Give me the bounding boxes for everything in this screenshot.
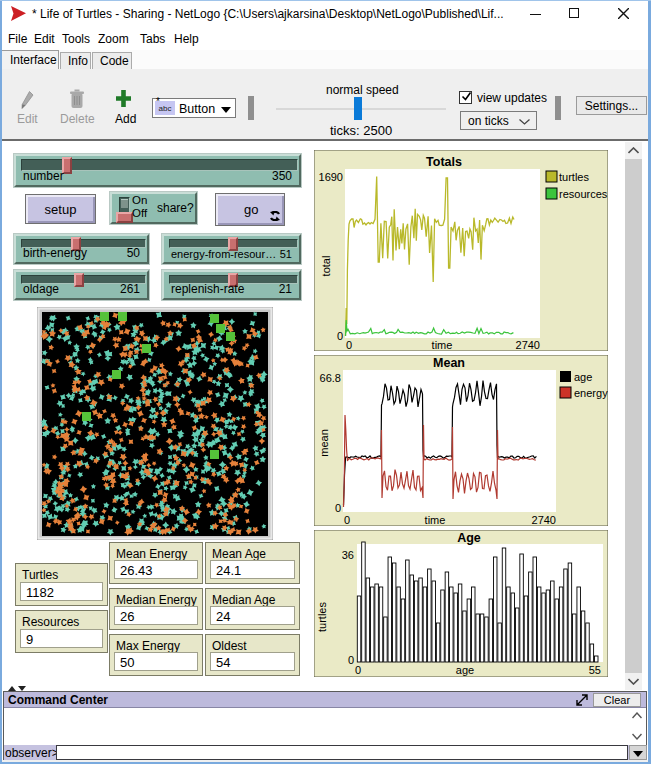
svg-text:resources: resources [559, 188, 608, 200]
svg-text:Totals: Totals [426, 155, 462, 169]
svg-text:0: 0 [344, 514, 350, 526]
svg-text:Mean: Mean [433, 356, 465, 370]
svg-text:36: 36 [342, 549, 354, 561]
svg-text:55: 55 [589, 664, 601, 676]
svg-text:0: 0 [348, 654, 354, 666]
svg-text:Age: Age [457, 531, 481, 545]
svg-text:0: 0 [355, 664, 361, 676]
svg-text:66.8: 66.8 [320, 372, 341, 384]
svg-text:total: total [320, 256, 332, 277]
svg-text:2740: 2740 [516, 339, 540, 351]
svg-text:age: age [574, 371, 592, 383]
svg-text:2740: 2740 [532, 514, 556, 526]
svg-text:1690: 1690 [319, 171, 343, 183]
svg-text:time: time [425, 514, 446, 526]
svg-text:age: age [456, 664, 474, 676]
svg-text:0: 0 [346, 339, 352, 351]
svg-text:time: time [432, 339, 453, 351]
svg-text:turtles: turtles [316, 602, 328, 632]
svg-text:energy: energy [574, 387, 608, 399]
svg-text:0: 0 [335, 502, 341, 514]
svg-text:0: 0 [337, 330, 343, 342]
svg-text:turtles: turtles [559, 171, 589, 183]
svg-text:mean: mean [318, 429, 330, 457]
